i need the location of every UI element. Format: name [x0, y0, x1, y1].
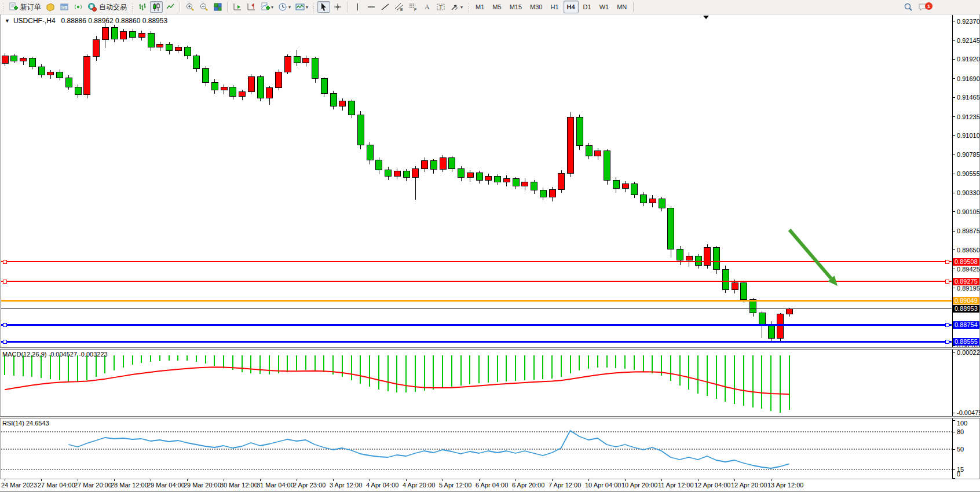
hline-objects[interactable] — [1, 260, 952, 343]
line-handle[interactable] — [945, 280, 949, 283]
date-tick — [260, 479, 261, 481]
cursor-button[interactable] — [317, 1, 330, 13]
trend-arrow-annotation[interactable] — [789, 230, 838, 286]
auto-trading-button[interactable]: 自动交易 — [86, 1, 129, 13]
auto-scroll-button[interactable] — [231, 1, 244, 13]
date-label: 2 Apr 23:00 — [293, 482, 326, 489]
line-handle[interactable] — [945, 340, 949, 344]
hline-price-label: 0.89275 — [953, 278, 979, 285]
crosshair-button[interactable] — [331, 1, 344, 13]
timeframe-w1[interactable]: W1 — [596, 1, 613, 13]
date-label: 4 Apr 20:00 — [403, 482, 435, 489]
price-tick — [953, 155, 955, 155]
line-handle[interactable] — [3, 260, 6, 263]
timeframe-d1[interactable]: D1 — [580, 1, 595, 13]
notifications-button[interactable]: 1 — [916, 1, 930, 13]
candlestick-chart-button[interactable] — [150, 1, 163, 13]
date-label: 30 Mar 12:00 — [220, 482, 258, 489]
price-axis: 0.923700.921450.919200.916900.914650.912… — [952, 15, 980, 347]
timeframe-m1[interactable]: M1 — [472, 1, 488, 13]
text-label-button[interactable]: T — [434, 1, 447, 13]
signals-button[interactable] — [72, 1, 85, 13]
date-label: 29 Mar 04:00 — [147, 482, 185, 489]
price-tick-label: 0.92370 — [957, 18, 980, 25]
timeframe-mn[interactable]: MN — [613, 1, 630, 13]
equidistant-channel-button[interactable]: E — [393, 1, 405, 13]
date-tick — [734, 479, 735, 481]
arrows-button[interactable]: ▾ — [448, 1, 465, 13]
text-button[interactable]: A — [420, 1, 433, 13]
chart-title: ▼ USDCHF-,H4 0.88886 0.88962 0.88860 0.8… — [5, 17, 167, 25]
indicators-icon — [261, 2, 270, 12]
crosshair-icon — [333, 2, 342, 12]
periods-button[interactable]: ▾ — [276, 1, 292, 13]
chart-shift-button[interactable] — [245, 1, 258, 13]
line-chart-button[interactable] — [164, 1, 177, 13]
chart-profiles-button[interactable] — [44, 1, 57, 13]
macd-tick — [953, 353, 955, 353]
toolbar-grip[interactable] — [312, 2, 315, 12]
date-label: 4 Apr 04:00 — [366, 482, 398, 489]
zoom-in-button[interactable] — [184, 1, 196, 13]
window-bottom-border — [0, 491, 980, 491]
price-tick-label: 0.89650 — [957, 247, 980, 254]
date-tick — [224, 479, 224, 481]
date-tick — [151, 479, 151, 481]
price-tick — [953, 211, 955, 212]
indicators-button[interactable]: ▾ — [259, 1, 275, 13]
date-tick — [443, 479, 443, 481]
macd-axis-min: -0.004753 — [957, 409, 980, 416]
terminal-icon — [60, 2, 69, 12]
line-handle[interactable] — [3, 280, 6, 283]
pane-splitter[interactable] — [0, 416, 980, 418]
zoom-out-icon — [199, 2, 209, 12]
line-handle[interactable] — [945, 324, 949, 327]
pane-splitter[interactable] — [0, 347, 980, 350]
price-tick — [953, 116, 955, 117]
date-label: 3 Apr 12:00 — [330, 482, 362, 489]
auto-trading-label: 自动交易 — [99, 2, 127, 12]
price-chart-pane[interactable] — [1, 15, 952, 347]
timeframe-m15[interactable]: M15 — [506, 1, 525, 13]
timeframe-m30[interactable]: M30 — [526, 1, 546, 13]
price-tick — [953, 249, 955, 250]
price-tick — [953, 40, 955, 41]
rsi-axis-label: 100 — [957, 420, 967, 427]
vertical-line-button[interactable] — [351, 1, 364, 13]
rsi-pane[interactable] — [1, 418, 952, 479]
timeframe-h4[interactable]: H4 — [564, 1, 579, 13]
chart-shift-marker[interactable] — [703, 16, 709, 19]
tile-windows-button[interactable] — [211, 1, 224, 13]
date-tick — [406, 479, 407, 481]
date-tick — [333, 479, 334, 481]
timeframe-m5[interactable]: M5 — [489, 1, 504, 13]
hline-price-label: 0.89508 — [953, 258, 979, 266]
clock-icon — [278, 2, 287, 12]
macd-pane[interactable] — [1, 350, 952, 416]
terminal-button[interactable] — [58, 1, 71, 13]
date-label: 24 Mar 2023 — [1, 482, 37, 489]
equidistant-channel-icon: E — [394, 2, 404, 12]
fibonacci-button[interactable]: F — [407, 1, 419, 13]
date-label: 12 Apr 04:00 — [694, 482, 730, 489]
price-tick-label: 0.89195 — [957, 285, 980, 292]
rsi-tick — [953, 449, 955, 450]
toolbar-grip[interactable] — [2, 2, 5, 12]
price-tick-label: 0.91920 — [957, 56, 980, 63]
search-button[interactable] — [902, 1, 915, 13]
line-handle[interactable] — [945, 260, 949, 263]
templates-button[interactable]: ▾ — [294, 1, 310, 13]
horizontal-line-button[interactable] — [365, 1, 378, 13]
new-order-button[interactable]: 新订单 — [7, 1, 43, 13]
bar-chart-button[interactable] — [136, 1, 149, 13]
date-axis: 24 Mar 202327 Mar 04:0027 Mar 20:0028 Ma… — [0, 479, 980, 491]
search-icon — [904, 2, 913, 12]
toolbar-grip[interactable] — [467, 2, 470, 12]
trendline-button[interactable] — [379, 1, 392, 13]
line-handle[interactable] — [3, 324, 6, 327]
zoom-out-button[interactable] — [198, 1, 210, 13]
timeframe-h1[interactable]: H1 — [547, 1, 562, 13]
chart-menu-arrow-icon[interactable]: ▼ — [5, 18, 10, 24]
toolbar-grip[interactable] — [131, 2, 134, 12]
line-handle[interactable] — [3, 340, 6, 344]
